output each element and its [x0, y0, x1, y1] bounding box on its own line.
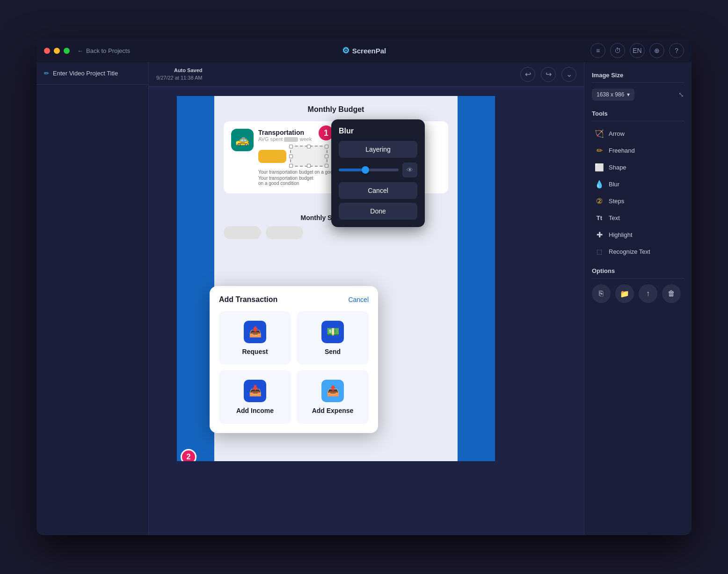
canvas-area: Monthly Budget 🚕 Transportation AVG spen… — [149, 87, 584, 535]
highlight-label: Highlight — [609, 231, 633, 238]
freehand-icon: ✏ — [595, 146, 604, 155]
modal-cancel-link[interactable]: Cancel — [348, 296, 369, 303]
steps-label: Steps — [609, 198, 624, 205]
add-income-label: Add Income — [236, 407, 274, 414]
project-title: Enter Video Project Title — [53, 70, 118, 77]
send-icon: 💵 — [327, 326, 339, 338]
blur-dialog: Blur Layering 👁 Cancel Done — [331, 119, 425, 227]
tool-freehand[interactable]: ✏ Freehand — [592, 144, 684, 157]
minimize-button[interactable] — [54, 48, 60, 54]
monthly-budget-title: Monthly Budget — [224, 105, 448, 114]
maximize-button[interactable] — [64, 48, 70, 54]
blur-slider-thumb[interactable] — [362, 166, 369, 174]
add-income-icon: 📥 — [249, 385, 262, 397]
more-options-button[interactable]: ⌄ — [561, 67, 576, 82]
blur-dialog-title: Blur — [339, 127, 417, 135]
back-to-projects[interactable]: ← Back to Projects — [77, 47, 130, 54]
upload-option-button[interactable]: ↑ — [639, 284, 657, 303]
clock-icon-button[interactable]: ⏱ — [610, 43, 625, 58]
modal-title: Add Transaction — [219, 295, 277, 304]
delete-option-button[interactable]: 🗑 — [662, 284, 681, 303]
add-expense-icon: 📤 — [327, 385, 339, 397]
send-icon-bg: 💵 — [321, 321, 344, 343]
options-section: Options ⎘ 📁 ↑ 🗑 — [592, 267, 684, 303]
add-expense-item[interactable]: 📤 Add Expense — [297, 370, 369, 424]
add-expense-label: Add Expense — [312, 407, 354, 414]
request-label: Request — [242, 348, 268, 355]
layers-icon-button[interactable]: ⊕ — [649, 43, 664, 58]
blur-visibility-toggle[interactable]: 👁 — [402, 162, 417, 177]
send-item[interactable]: 💵 Send — [297, 311, 369, 365]
transport-icon: 🚕 — [231, 129, 254, 151]
request-item[interactable]: 📤 Request — [219, 311, 291, 365]
image-size-row: 1638 x 986 ▾ ⤡ — [592, 88, 684, 101]
screenpal-icon: ⚙ — [342, 45, 349, 56]
copy-option-button[interactable]: ⎘ — [592, 284, 611, 303]
image-size-section: Image Size 1638 x 986 ▾ ⤡ — [592, 72, 684, 101]
tool-arrow[interactable]: 🏹 Arrow — [592, 127, 684, 140]
close-button[interactable] — [44, 48, 50, 54]
add-transaction-container: 2 Add Transaction Cancel 📤 — [186, 448, 355, 456]
app-title-area: ⚙ ScreenPal — [342, 45, 386, 56]
text-icon: Tt — [595, 213, 604, 222]
tool-steps[interactable]: ② Steps — [592, 194, 684, 207]
transport-detail-btn[interactable] — [258, 150, 286, 163]
main-content: Auto Saved 9/27/22 at 11:38 AM ↩ ↪ ⌄ Mon… — [149, 62, 584, 535]
blur-cancel-button[interactable]: Cancel — [339, 182, 417, 199]
tool-shape[interactable]: ⬜ Shape — [592, 161, 684, 174]
tool-blur[interactable]: 💧 Blur — [592, 177, 684, 191]
image-size-value[interactable]: 1638 x 986 ▾ — [592, 88, 634, 101]
steps-icon: ② — [595, 196, 604, 206]
step2-badge: 2 — [181, 449, 197, 461]
right-panel: Image Size 1638 x 986 ▾ ⤡ Tools 🏹 Arrow — [584, 62, 692, 535]
help-icon-button[interactable]: ? — [669, 43, 684, 58]
blur-label: Blur — [609, 181, 619, 188]
tool-recognize-text[interactable]: ⬚ Recognize Text — [592, 245, 684, 258]
text-label: Text — [609, 214, 620, 221]
add-transaction-modal: Add Transaction Cancel 📤 Request — [210, 286, 378, 433]
mac-window: ← Back to Projects ⚙ ScreenPal ≡ ⏱ EN ⊕ … — [36, 39, 692, 535]
layering-button[interactable]: Layering — [339, 141, 417, 158]
title-bar-right: ≡ ⏱ EN ⊕ ? — [590, 43, 684, 58]
lang-icon-button[interactable]: EN — [630, 43, 645, 58]
freehand-label: Freehand — [609, 147, 635, 154]
edit-icon: ✏ — [44, 70, 49, 77]
tools-section: Tools 🏹 Arrow ✏ Freehand ⬜ Shape — [592, 110, 684, 258]
arrow-icon: 🏹 — [595, 129, 604, 138]
resize-icon[interactable]: ⤡ — [678, 91, 684, 98]
sidebar: ✏ Enter Video Project Title — [36, 62, 149, 535]
back-arrow-icon: ← — [77, 47, 83, 54]
chevron-down-icon: ▾ — [627, 91, 630, 98]
auto-saved-area: Auto Saved 9/27/22 at 11:38 AM — [156, 67, 202, 81]
tool-text[interactable]: Tt Text — [592, 211, 684, 224]
blur-slider-row: 👁 — [339, 162, 417, 177]
image-size-title: Image Size — [592, 72, 684, 83]
request-icon: 📤 — [249, 326, 262, 338]
arrow-label: Arrow — [609, 130, 625, 137]
sub-pill-1 — [224, 226, 261, 239]
project-title-area[interactable]: ✏ Enter Video Project Title — [36, 62, 148, 85]
tool-highlight[interactable]: ✚ Highlight — [592, 228, 684, 241]
add-income-icon-bg: 📥 — [244, 380, 266, 402]
request-icon-bg: 📤 — [244, 321, 266, 343]
title-bar: ← Back to Projects ⚙ ScreenPal ≡ ⏱ EN ⊕ … — [36, 39, 692, 62]
blue-left-bar — [177, 96, 214, 461]
traffic-lights — [44, 48, 70, 54]
recognize-text-label: Recognize Text — [609, 248, 650, 255]
modal-header: Add Transaction Cancel — [219, 295, 369, 304]
app-body: ✏ Enter Video Project Title Auto Saved 9… — [36, 62, 692, 535]
redo-button[interactable]: ↪ — [541, 67, 556, 82]
back-label: Back to Projects — [86, 47, 130, 54]
undo-button[interactable]: ↩ — [520, 67, 535, 82]
sub-pill-2 — [266, 226, 303, 239]
blur-done-button[interactable]: Done — [339, 203, 417, 220]
blur-slider[interactable] — [339, 169, 399, 171]
app-title: ScreenPal — [352, 47, 386, 55]
folder-option-button[interactable]: 📁 — [615, 284, 634, 303]
add-income-item[interactable]: 📥 Add Income — [219, 370, 291, 424]
list-icon-button[interactable]: ≡ — [590, 43, 605, 58]
add-expense-icon-bg: 📤 — [321, 380, 344, 402]
auto-saved-label: Auto Saved — [156, 67, 202, 74]
highlight-icon: ✚ — [595, 230, 604, 239]
shape-icon: ⬜ — [595, 162, 604, 172]
